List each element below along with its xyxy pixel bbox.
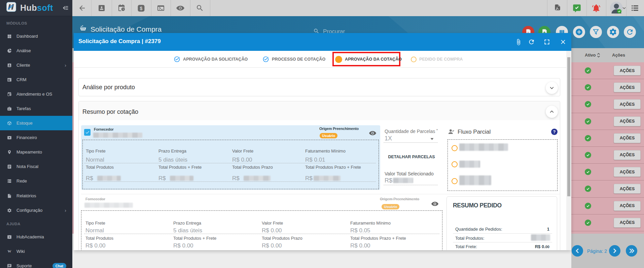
svg-text:W: W	[7, 249, 11, 253]
svg-text:$: $	[140, 5, 142, 11]
